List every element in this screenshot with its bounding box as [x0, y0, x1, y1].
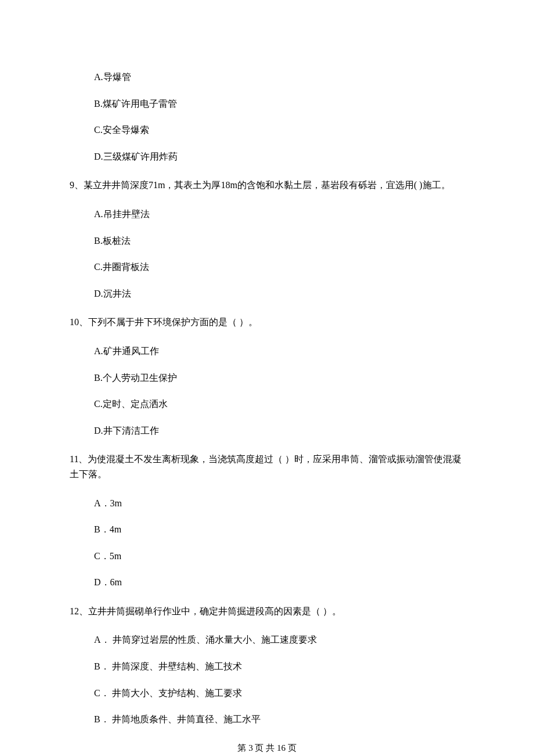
q11-stem: 11、为使混凝土不发生离析现象，当浇筑高度超过（ ）时，应采用串筒、溜管或振动溜… [70, 452, 464, 481]
page-footer: 第 3 页 共 16 页 [0, 741, 534, 755]
q8-option-d: D.三级煤矿许用炸药 [94, 149, 464, 164]
q12-option-d: B． 井筒地质条件、井筒直径、施工水平 [94, 712, 464, 727]
q12-option-c: C． 井筒大小、支护结构、施工要求 [94, 686, 464, 701]
q9-option-d: D.沉井法 [94, 286, 464, 301]
q8-option-b: B.煤矿许用电子雷管 [94, 96, 464, 111]
q11-option-b: B．4m [94, 522, 464, 537]
q9-option-c: C.井圈背板法 [94, 260, 464, 275]
q10-option-a: A.矿井通风工作 [94, 344, 464, 359]
q10-option-d: D.井下清洁工作 [94, 423, 464, 438]
q8-option-a: A.导爆管 [94, 70, 464, 85]
q9-option-a: A.吊挂井壁法 [94, 207, 464, 222]
q10-option-c: C.定时、定点洒水 [94, 397, 464, 412]
q12-option-b: B． 井筒深度、井壁结构、施工技术 [94, 659, 464, 674]
q12-option-a: A． 井筒穿过岩层的性质、涌水量大小、施工速度要求 [94, 632, 464, 647]
q10-option-b: B.个人劳动卫生保护 [94, 370, 464, 386]
q11-option-a: A．3m [94, 496, 464, 511]
q12-stem: 12、立井井筒掘砌单行作业中，确定井筒掘进段高的因素是（ ）。 [70, 604, 464, 619]
q11-option-c: C．5m [94, 549, 464, 564]
q9-option-b: B.板桩法 [94, 233, 464, 249]
q11-option-d: D．6m [94, 575, 464, 590]
document-body: A.导爆管 B.煤矿许用电子雷管 C.安全导爆索 D.三级煤矿许用炸药 9、某立… [0, 0, 534, 756]
q10-stem: 10、下列不属于井下环境保护方面的是（ ）。 [70, 315, 464, 330]
q9-stem: 9、某立井井筒深度71m，其表土为厚18m的含饱和水黏土层，基岩段有砾岩，宜选用… [70, 178, 464, 193]
q8-option-c: C.安全导爆索 [94, 123, 464, 138]
